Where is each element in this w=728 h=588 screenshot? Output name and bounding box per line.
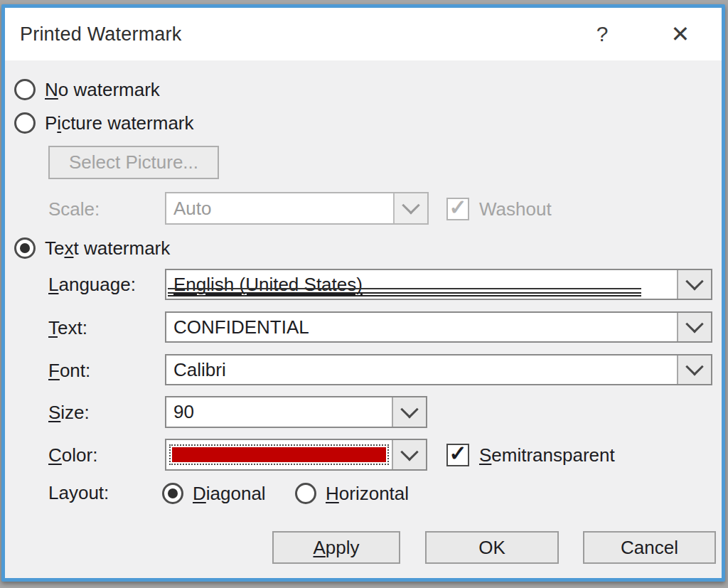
text-combobox[interactable]: CONFIDENTIAL	[165, 311, 712, 343]
language-double-underline-decoration	[168, 292, 641, 296]
title-bar: Printed Watermark ? ✕	[5, 8, 722, 60]
radio-row-diagonal[interactable]: Diagonal	[162, 480, 266, 507]
semitransparent-checkbox[interactable]: ✓	[446, 444, 469, 466]
text-watermark-radio[interactable]	[14, 237, 36, 259]
size-label: Size:	[48, 400, 90, 425]
select-picture-button: Select Picture...	[48, 146, 219, 179]
washout-checkbox: ✓	[446, 198, 469, 220]
language-value[interactable]: English (United States)	[166, 270, 677, 299]
checkmark-icon: ✓	[449, 197, 466, 218]
dialog-title: Printed Watermark	[20, 8, 181, 60]
no-watermark-radio[interactable]	[14, 79, 36, 100]
scale-label: Scale:	[48, 196, 100, 222]
close-button[interactable]: ✕	[660, 8, 700, 60]
font-label: Font:	[48, 358, 90, 383]
scale-combobox: Auto	[165, 192, 429, 225]
close-icon: ✕	[671, 21, 690, 48]
language-combobox[interactable]: English (United States)	[165, 269, 712, 300]
chevron-down-icon	[685, 358, 703, 375]
printed-watermark-dialog: Printed Watermark ? ✕ No watermark Pictu…	[1, 4, 725, 582]
color-value[interactable]	[166, 440, 392, 469]
ok-button-label: OK	[478, 537, 505, 559]
semitransparent-label: Semitransparent	[479, 442, 615, 468]
ok-button[interactable]: OK	[425, 531, 559, 564]
chevron-down-icon	[685, 272, 703, 290]
cancel-button[interactable]: Cancel	[583, 531, 716, 564]
color-label: Color:	[48, 442, 97, 468]
text-label: Text:	[48, 315, 87, 341]
cancel-button-label: Cancel	[621, 537, 678, 559]
horizontal-label: Horizontal	[326, 481, 409, 506]
chevron-down-icon	[400, 443, 418, 461]
color-swatch-focus-ring	[169, 444, 389, 465]
washout-check-row: ✓ Washout	[446, 196, 552, 222]
color-swatch	[172, 447, 386, 462]
chevron-down-icon	[400, 400, 418, 418]
horizontal-radio[interactable]	[295, 483, 316, 504]
help-button[interactable]: ?	[582, 8, 622, 60]
radio-row-no-watermark[interactable]: No watermark	[14, 76, 160, 103]
size-value[interactable]: 90	[166, 397, 392, 427]
radio-row-horizontal[interactable]: Horizontal	[295, 480, 409, 507]
radio-row-text-watermark[interactable]: Text watermark	[14, 235, 170, 262]
size-combobox[interactable]: 90	[165, 396, 427, 428]
help-icon: ?	[596, 22, 609, 46]
chevron-down-icon	[685, 315, 703, 333]
apply-button[interactable]: Apply	[272, 531, 400, 564]
chevron-down-icon	[402, 196, 419, 214]
language-dropdown-button[interactable]	[677, 270, 711, 299]
color-dropdown-button[interactable]	[392, 440, 426, 469]
picture-watermark-label: Picture watermark	[45, 110, 194, 136]
apply-button-label: Apply	[313, 537, 359, 559]
picture-watermark-radio[interactable]	[14, 112, 36, 134]
size-dropdown-button[interactable]	[392, 397, 426, 427]
text-dropdown-button[interactable]	[677, 313, 711, 341]
color-combobox[interactable]	[165, 439, 427, 471]
washout-label: Washout	[479, 196, 552, 222]
font-dropdown-button[interactable]	[677, 356, 711, 384]
font-combobox[interactable]: Calibri	[165, 354, 712, 385]
diagonal-label: Diagonal	[193, 481, 266, 506]
language-underline-decoration	[168, 288, 641, 289]
semitransparent-check-row[interactable]: ✓ Semitransparent	[446, 442, 615, 468]
scale-value: Auto	[166, 193, 393, 223]
radio-row-picture-watermark[interactable]: Picture watermark	[14, 109, 194, 137]
language-label: Language:	[48, 272, 136, 297]
scale-dropdown-button	[393, 193, 427, 223]
checkmark-icon: ✓	[449, 443, 466, 464]
diagonal-radio[interactable]	[162, 483, 183, 504]
text-watermark-label: Text watermark	[45, 235, 170, 261]
text-value[interactable]: CONFIDENTIAL	[166, 313, 677, 341]
font-value[interactable]: Calibri	[166, 356, 677, 384]
layout-label: Layout:	[48, 480, 109, 506]
no-watermark-label: No watermark	[45, 77, 160, 102]
